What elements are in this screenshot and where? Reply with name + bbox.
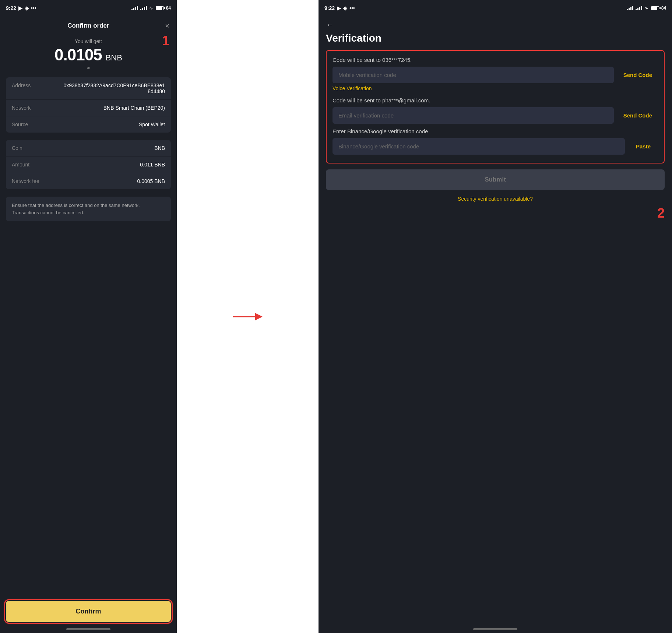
email-info-text: Code will be sent to pha***@gmail.com. <box>333 97 658 103</box>
more-icon: ••• <box>31 5 36 11</box>
amount-label: Amount <box>12 162 29 168</box>
network-fee-value: 0.0005 BNB <box>137 178 165 184</box>
source-value: Spot Wallet <box>139 122 165 127</box>
signal-icon-r <box>627 6 633 10</box>
back-button[interactable]: ← <box>326 20 334 29</box>
status-bar-left: 9:22 ▶ ◈ ••• ∿ 84 <box>0 0 177 16</box>
home-indicator <box>66 628 110 630</box>
network-label: Network <box>12 105 31 111</box>
battery-percent: 84 <box>166 6 171 11</box>
screen-record-icon-r: ▶ <box>337 5 341 11</box>
time-left: 9:22 <box>6 5 16 11</box>
address-label: Address <box>12 82 31 88</box>
signal-icon-2 <box>140 6 147 10</box>
wifi-icon: ∿ <box>149 6 153 11</box>
step-number-1: 1 <box>162 33 169 49</box>
navigation-icon: ◈ <box>25 5 29 11</box>
verification-sections-box: Code will be sent to 036***7245. Send Co… <box>326 50 665 163</box>
right-panel: 9:22 ▶ ◈ ••• ∿ 84 <box>319 0 672 633</box>
table-row: Address 0x938b37f2832A9acd7C0F91ceB6BE83… <box>6 77 171 100</box>
table-row: Source Spot Wallet <box>6 116 171 133</box>
you-will-get-label: You will get: <box>7 38 169 44</box>
coin-value: BNB <box>154 145 165 151</box>
bnb-currency: BNB <box>106 53 122 63</box>
table-row: Coin BNB <box>6 140 171 157</box>
back-row: ← <box>319 16 672 29</box>
modal-title: Confirm order <box>67 22 109 29</box>
paste-button[interactable]: Paste <box>629 138 658 155</box>
wifi-icon-r: ∿ <box>644 6 648 11</box>
svg-marker-1 <box>255 313 263 320</box>
close-button[interactable]: × <box>165 22 169 29</box>
arrow-container <box>233 0 263 633</box>
email-section: Code will be sent to pha***@gmail.com. S… <box>333 97 658 124</box>
navigation-icon-r: ◈ <box>343 5 347 11</box>
confirm-button[interactable]: Confirm <box>6 601 171 622</box>
voice-verification-link[interactable]: Voice Verification <box>333 85 658 91</box>
table-row: Network fee 0.0005 BNB <box>6 173 171 189</box>
coin-label: Coin <box>12 145 22 151</box>
binance-code-label: Enter Binance/Google verification code <box>333 128 658 134</box>
middle-area <box>177 0 319 633</box>
submit-button[interactable]: Submit <box>326 169 665 190</box>
address-value: 0x938b37f2832A9acd7C0F91ceB6BE838e18d448… <box>62 82 165 94</box>
binance-verification-input[interactable] <box>333 138 625 155</box>
send-code-button-email[interactable]: Send Code <box>618 107 658 124</box>
security-verification-link[interactable]: Security verification unavailable? <box>319 196 672 202</box>
binance-section: Enter Binance/Google verification code P… <box>333 128 658 155</box>
left-panel: 9:22 ▶ ◈ ••• ∿ 84 <box>0 0 177 633</box>
details-table-1: Address 0x938b37f2832A9acd7C0F91ceB6BE83… <box>6 77 171 133</box>
battery-percent-r: 84 <box>661 6 666 11</box>
binance-code-row: Paste <box>333 138 658 155</box>
table-row: Network BNB Smart Chain (BEP20) <box>6 100 171 116</box>
you-will-get-section: You will get: 0.0105 BNB ≈ <box>0 32 177 74</box>
signal-icon-r2 <box>636 6 642 10</box>
details-table-2: Coin BNB Amount 0.011 BNB Network fee 0.… <box>6 140 171 189</box>
email-code-row: Send Code <box>333 107 658 124</box>
warning-text: Ensure that the address is correct and o… <box>12 203 140 215</box>
modal-header: Confirm order × <box>0 16 177 32</box>
mobile-verification-input[interactable] <box>333 67 614 83</box>
network-fee-label: Network fee <box>12 178 39 184</box>
bnb-amount-row: 0.0105 BNB <box>7 46 169 64</box>
step-number-2: 2 <box>319 205 672 221</box>
bnb-number: 0.0105 <box>54 46 102 64</box>
mobile-info-text: Code will be sent to 036***7245. <box>333 57 658 63</box>
source-label: Source <box>12 122 28 127</box>
email-verification-input[interactable] <box>333 107 614 124</box>
arrow-icon <box>233 311 263 322</box>
warning-box: Ensure that the address is correct and o… <box>6 197 171 221</box>
screen-record-icon: ▶ <box>18 5 22 11</box>
status-bar-right: 9:22 ▶ ◈ ••• ∿ 84 <box>319 0 672 16</box>
amount-value: 0.011 BNB <box>140 162 165 168</box>
table-row: Amount 0.011 BNB <box>6 157 171 173</box>
home-indicator-right <box>473 628 517 630</box>
verification-title: Verification <box>319 29 672 50</box>
network-value: BNB Smart Chain (BEP20) <box>103 105 165 111</box>
signal-icon <box>131 6 138 10</box>
time-right: 9:22 <box>324 5 335 11</box>
more-icon-r: ••• <box>349 5 355 11</box>
mobile-code-row: Send Code <box>333 67 658 83</box>
confirm-button-wrapper: Confirm <box>6 601 171 622</box>
send-code-button-mobile[interactable]: Send Code <box>618 67 658 83</box>
battery-icon <box>156 6 164 10</box>
approx-sign: ≈ <box>7 65 169 71</box>
right-panel-inner: ← Verification Code will be sent to 036*… <box>319 16 672 633</box>
mobile-section: Code will be sent to 036***7245. Send Co… <box>333 57 658 91</box>
battery-icon-r <box>651 6 659 10</box>
